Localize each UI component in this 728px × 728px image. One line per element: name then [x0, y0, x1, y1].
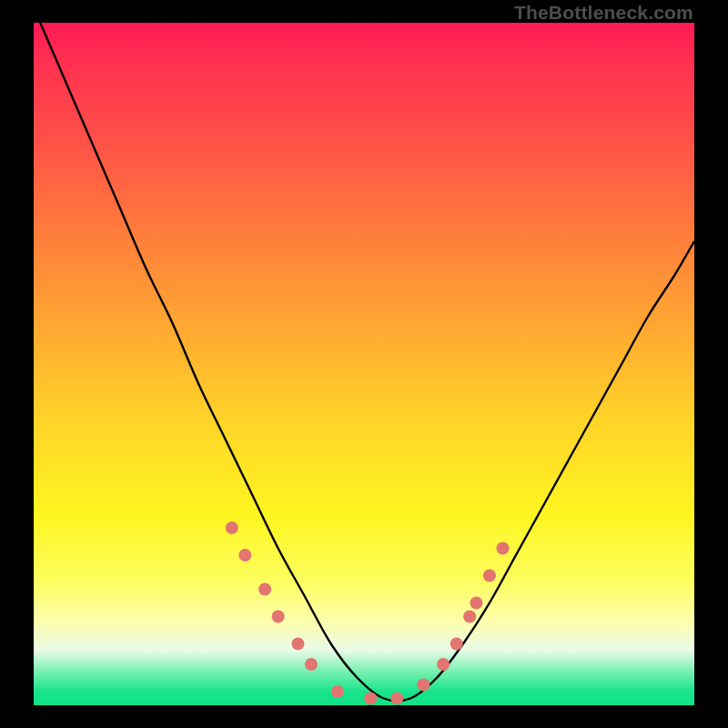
curve-markers: [226, 521, 510, 705]
chart-svg: [34, 23, 694, 705]
curve-marker: [258, 583, 271, 596]
curve-marker: [496, 542, 509, 555]
curve-marker: [291, 638, 304, 651]
curve-marker: [238, 549, 251, 561]
watermark-text: TheBottleneck.com: [514, 2, 693, 24]
curve-marker: [272, 611, 285, 623]
curve-marker: [450, 638, 463, 651]
curve-marker: [331, 685, 344, 698]
plot-area: [34, 23, 694, 705]
curve-marker: [470, 597, 482, 610]
curve-marker: [390, 693, 403, 705]
curve-marker: [483, 570, 496, 582]
curve-marker: [226, 521, 238, 534]
chart-frame: TheBottleneck.com: [0, 0, 728, 728]
curve-group: [40, 23, 694, 701]
curve-marker: [437, 658, 450, 671]
curve-marker: [417, 679, 430, 692]
curve-marker: [364, 693, 377, 705]
curve-marker: [305, 658, 318, 671]
curve-marker: [463, 611, 476, 623]
bottleneck-curve-path: [40, 23, 694, 701]
